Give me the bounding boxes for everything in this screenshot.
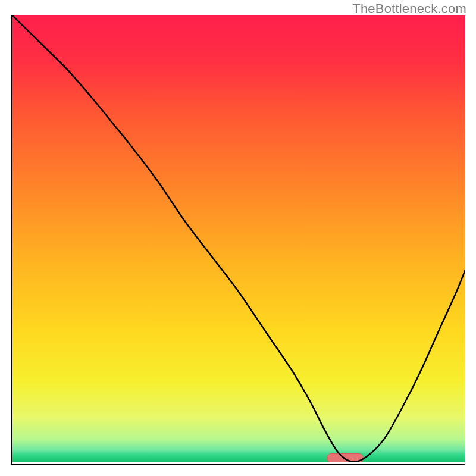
chart-container: TheBottleneck.com	[0, 0, 476, 476]
watermark-text: TheBottleneck.com	[352, 1, 466, 17]
chart-svg	[12, 15, 465, 462]
plot-area	[12, 15, 465, 462]
gradient-background	[12, 15, 465, 462]
